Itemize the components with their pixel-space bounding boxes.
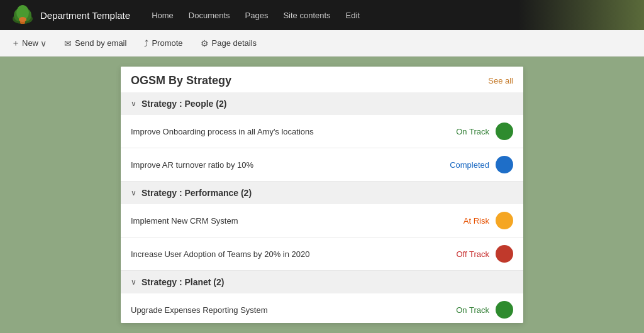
- nav-edit[interactable]: Edit: [340, 7, 366, 24]
- strategy-header-people[interactable]: ∨ Strategy : People (2): [121, 92, 523, 115]
- send-by-email-button[interactable]: ✉ Send by email: [60, 36, 130, 51]
- strategy-header-text: Strategy : People (2): [142, 99, 226, 109]
- nav-photo-decoration: [518, 0, 644, 30]
- strategy-item[interactable]: Upgrade Expenses Reporting System On Tra…: [121, 293, 523, 323]
- item-status: On Track: [438, 123, 513, 140]
- strategy-header-performance[interactable]: ∨ Strategy : Performance (2): [121, 182, 523, 204]
- status-dot: [496, 301, 513, 319]
- item-label: Implement New CRM System: [131, 216, 438, 226]
- item-status: At Risk: [438, 212, 513, 229]
- item-label: Improve Onboarding process in all Amy's …: [131, 127, 438, 136]
- chevron-icon: ∨: [131, 188, 136, 197]
- nav-links: Home Documents Pages Site contents Edit: [145, 7, 366, 24]
- strategy-header-planet[interactable]: ∨ Strategy : Planet (2): [121, 271, 523, 293]
- status-text: Off Track: [457, 249, 490, 259]
- nav-site-contents[interactable]: Site contents: [277, 7, 336, 24]
- strategy-item[interactable]: Increase User Adoption of Teams by 20% i…: [121, 237, 523, 271]
- status-text: On Track: [456, 305, 489, 315]
- status-text: Completed: [450, 160, 489, 170]
- item-label: Improve AR turnover ratio by 10%: [131, 160, 438, 170]
- gear-icon: ⚙: [201, 38, 209, 48]
- status-dot: [496, 212, 513, 229]
- plus-icon: ＋: [11, 38, 20, 49]
- status-text: At Risk: [464, 216, 489, 226]
- strategy-item[interactable]: Improve Onboarding process in all Amy's …: [121, 115, 523, 148]
- ogsm-widget: OGSM By Strategy See all ∨ Strategy : Pe…: [121, 67, 523, 323]
- page-details-label: Page details: [212, 38, 257, 48]
- new-label: New: [22, 38, 38, 48]
- see-all-link[interactable]: See all: [488, 76, 513, 85]
- status-dot: [496, 245, 513, 263]
- site-logo[interactable]: Department Template: [10, 5, 130, 25]
- email-icon: ✉: [64, 38, 72, 48]
- promote-label: Promote: [152, 38, 182, 48]
- chevron-icon: ∨: [131, 278, 136, 287]
- top-navigation: Department Template Home Documents Pages…: [0, 0, 644, 30]
- nav-documents[interactable]: Documents: [182, 7, 236, 24]
- item-label: Increase User Adoption of Teams by 20% i…: [131, 249, 438, 259]
- new-button[interactable]: ＋ New ∨: [8, 35, 50, 52]
- status-dot: [496, 123, 513, 140]
- widget-header: OGSM By Strategy See all: [121, 67, 523, 92]
- nav-pages[interactable]: Pages: [239, 7, 275, 24]
- strategies-container: ∨ Strategy : People (2) Improve Onboardi…: [121, 92, 523, 323]
- strategy-item[interactable]: Improve AR turnover ratio by 10% Complet…: [121, 148, 523, 182]
- item-label: Upgrade Expenses Reporting System: [131, 305, 438, 315]
- item-status: On Track: [438, 301, 513, 319]
- logo-icon: [10, 5, 35, 25]
- svg-point-5: [19, 17, 26, 22]
- send-by-email-label: Send by email: [75, 38, 126, 48]
- page-details-button[interactable]: ⚙ Page details: [197, 36, 261, 51]
- strategy-item[interactable]: Implement New CRM System At Risk: [121, 204, 523, 237]
- nav-home[interactable]: Home: [145, 7, 180, 24]
- status-text: On Track: [456, 127, 489, 136]
- strategy-header-text: Strategy : Planet (2): [142, 277, 224, 287]
- site-title: Department Template: [40, 10, 130, 21]
- chevron-down-icon: ∨: [40, 38, 47, 48]
- widget-title: OGSM By Strategy: [131, 74, 231, 87]
- promote-icon: ⤴: [144, 38, 148, 48]
- promote-button[interactable]: ⤴ Promote: [140, 36, 186, 51]
- page-toolbar: ＋ New ∨ ✉ Send by email ⤴ Promote ⚙ Page…: [0, 30, 644, 57]
- strategy-header-text: Strategy : Performance (2): [142, 188, 252, 198]
- item-status: Completed: [438, 156, 513, 173]
- chevron-icon: ∨: [131, 99, 136, 108]
- status-dot: [496, 156, 513, 173]
- main-content: OGSM By Strategy See all ∨ Strategy : Pe…: [0, 57, 644, 333]
- item-status: Off Track: [438, 245, 513, 263]
